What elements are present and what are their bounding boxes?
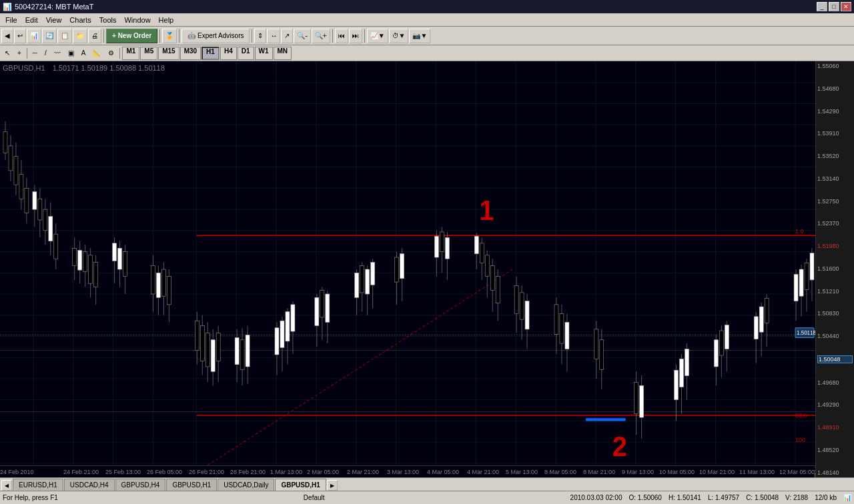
chart-symbol-tf: GBPUSD,H1	[3, 64, 45, 72]
tf-m1[interactable]: M1	[122, 47, 139, 60]
tf-d1[interactable]: D1	[238, 47, 254, 60]
zoom-in-area[interactable]: ↗	[281, 29, 293, 43]
tf-m15[interactable]: M15	[158, 47, 179, 60]
new-order-button[interactable]: + New Order	[106, 29, 157, 43]
rectangle-tool[interactable]: ▣	[65, 47, 77, 60]
crosshair-btn[interactable]: ⇕	[254, 29, 266, 43]
svg-rect-95	[167, 277, 171, 305]
menu-item-file[interactable]: File	[1, 15, 21, 25]
go-to-start[interactable]: ⏮	[335, 29, 348, 43]
tab-usdcad-h4[interactable]: USDCAD,H4	[64, 479, 115, 491]
price-10: 1.51600	[817, 265, 853, 272]
open-price: O: 1.50060	[628, 494, 661, 501]
toolbar-arrow-left[interactable]: ◀	[1, 29, 13, 43]
tabs-scroll-right[interactable]: ▶	[327, 480, 338, 491]
toolbar-undo[interactable]: ↩	[14, 29, 26, 43]
tab-gbpusd-h1-active[interactable]: GBPUSD,H1	[275, 479, 326, 491]
svg-rect-177	[679, 359, 683, 387]
svg-rect-121	[315, 297, 319, 325]
menu-item-edit[interactable]: Edit	[21, 15, 42, 25]
price-13: 1.50440	[817, 333, 853, 339]
toolbar-open[interactable]: 📁	[73, 29, 87, 43]
svg-rect-131	[366, 269, 370, 294]
go-to-end[interactable]: ⏭	[349, 29, 362, 43]
tf-w1[interactable]: W1	[255, 47, 273, 60]
svg-rect-97	[195, 321, 199, 350]
svg-text:100: 100	[795, 437, 805, 443]
svg-rect-89	[151, 266, 155, 294]
object-tool[interactable]: ⚙	[105, 47, 117, 60]
auto-scroll-btn[interactable]: 🏅	[162, 29, 177, 43]
zoom-in-btn[interactable]: 🔍+	[312, 29, 330, 43]
horizontal-line-tool[interactable]: ─	[29, 47, 41, 60]
tab-usdcad-daily[interactable]: USDCAD,Daily	[218, 479, 274, 491]
screenshot-btn[interactable]: 📷▼	[409, 29, 430, 43]
close-button[interactable]: ✕	[841, 2, 851, 11]
toolbar-refresh[interactable]: 🔄	[42, 29, 57, 43]
trade-levels[interactable]: 📈▼	[367, 29, 388, 43]
text-tool[interactable]: A	[78, 47, 89, 60]
svg-rect-155	[514, 285, 518, 313]
price-12: 1.50830	[817, 310, 853, 317]
zoom-out-btn[interactable]: 🔍-	[294, 29, 310, 43]
svg-rect-91	[156, 273, 160, 297]
menu-item-view[interactable]: View	[42, 15, 66, 25]
svg-rect-185	[725, 325, 729, 349]
svg-rect-57	[14, 157, 18, 185]
trend-line-tool[interactable]: /	[41, 47, 50, 60]
svg-rect-107	[235, 338, 239, 365]
tabs-scroll-left[interactable]: ◀	[1, 480, 12, 491]
expert-advisors-button[interactable]: 🤖 Expert Advisors	[181, 29, 250, 43]
menu-item-charts[interactable]: Charts	[65, 15, 95, 25]
angle-tool[interactable]: 📐	[89, 47, 104, 60]
svg-rect-93	[161, 269, 165, 296]
new-order-label: New Order	[118, 32, 152, 39]
tf-mn[interactable]: MN	[274, 47, 292, 60]
svg-rect-79	[89, 255, 93, 283]
svg-rect-133	[371, 262, 375, 285]
svg-rect-101	[205, 333, 209, 367]
svg-rect-129	[360, 266, 364, 293]
price-18: 1.48140	[817, 469, 853, 476]
app-icon: 📊	[3, 3, 12, 11]
svg-rect-109	[240, 340, 244, 369]
svg-rect-167	[594, 329, 598, 359]
price-16: 1.48910	[817, 424, 853, 431]
chart-container[interactable]: GBPUSD,H1 1.50171 1.50189 1.50088 1.5011…	[0, 61, 815, 477]
svg-rect-149	[485, 255, 489, 277]
tab-gbpusd-h4[interactable]: GBPUSD,H4	[115, 479, 166, 491]
toolbar-chart-new[interactable]: 📊	[27, 29, 41, 43]
tab-gbpusd-h1-1[interactable]: GBPUSD,H1	[166, 479, 217, 491]
toolbar-print[interactable]: 🖨	[88, 29, 101, 43]
separator-4	[252, 29, 252, 43]
tf-h4[interactable]: H4	[220, 47, 237, 60]
fib-tool[interactable]: 〰	[51, 47, 64, 60]
tf-m5[interactable]: M5	[140, 47, 157, 60]
price-2: 1.54680	[817, 85, 853, 92]
svg-rect-127	[355, 273, 359, 297]
timer-btn[interactable]: ⏱▼	[389, 29, 409, 43]
tf-m30[interactable]: M30	[180, 47, 201, 60]
svg-rect-171	[634, 382, 638, 414]
menu-item-tools[interactable]: Tools	[95, 15, 121, 25]
tab-eurusd-h1[interactable]: EURUSD,H1	[13, 479, 63, 491]
minimize-button[interactable]: _	[817, 2, 827, 11]
menu-item-window[interactable]: Window	[120, 15, 154, 25]
svg-rect-85	[118, 248, 122, 269]
svg-rect-63	[33, 192, 37, 209]
crosshair-tool[interactable]: +	[14, 47, 25, 60]
price-scale: 1.55060 1.54680 1.54290 1.53910 1.53520 …	[815, 61, 854, 477]
restore-button[interactable]: □	[829, 2, 839, 11]
tf-h1[interactable]: H1	[201, 47, 220, 60]
move-chart-btn[interactable]: ↔	[267, 29, 280, 43]
svg-rect-115	[280, 321, 284, 347]
toolbar-template[interactable]: 📋	[57, 29, 72, 43]
status-bar: For Help, press F1 Default 2010.03.03 02…	[0, 491, 854, 504]
menu-item-help[interactable]: Help	[155, 15, 178, 25]
low-price: L: 1.49757	[708, 494, 739, 501]
plus-icon: +	[112, 32, 116, 39]
svg-rect-113	[275, 328, 279, 355]
price-8: 1.52370	[817, 220, 853, 227]
svg-rect-195	[799, 269, 803, 296]
cursor-tool[interactable]: ↖	[1, 47, 13, 60]
